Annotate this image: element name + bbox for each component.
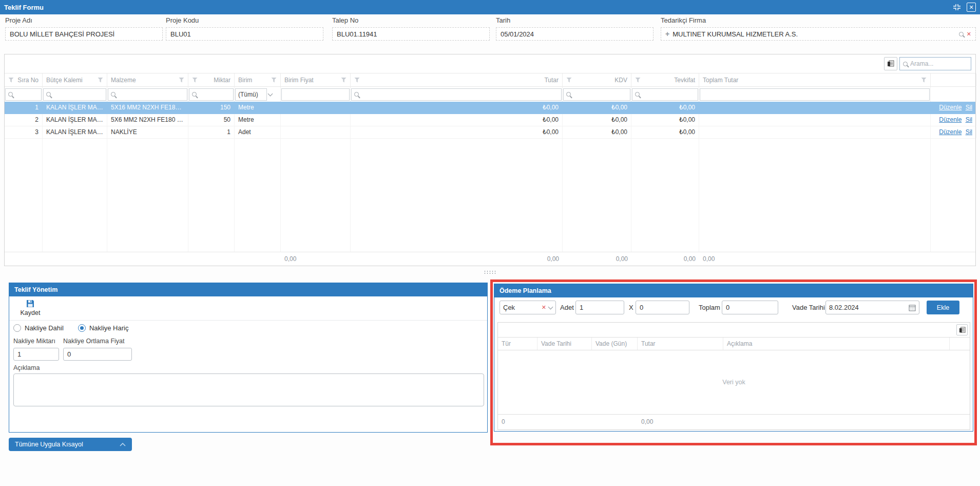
- col-aciklama[interactable]: Açıklama: [723, 338, 950, 350]
- edit-link[interactable]: Düzenle: [939, 104, 962, 111]
- cell-kdv: ₺0,00: [563, 114, 631, 126]
- filter-funnel-icon[interactable]: [271, 78, 277, 83]
- col-toplam-tutar[interactable]: Toplam Tutar: [699, 73, 931, 86]
- delete-link[interactable]: Sil: [966, 116, 972, 123]
- nakliye-ortalama-input[interactable]: [63, 348, 132, 361]
- delete-link[interactable]: Sil: [966, 104, 972, 111]
- filter-butce-input[interactable]: [53, 91, 103, 98]
- cell-butce: KALAN İŞLER MALZEME: [43, 114, 107, 126]
- tedarikci-firma-input[interactable]: [672, 30, 956, 38]
- filter-birim-fiyat-input[interactable]: [284, 91, 347, 98]
- tarih-input[interactable]: [501, 30, 649, 38]
- table-row[interactable]: 3KALAN İŞLER MALZEMENAKLİYE1Adet₺0,00₺0,…: [5, 126, 975, 139]
- splitter-grip[interactable]: [484, 270, 497, 274]
- cell-malzeme: 5X6 MM2 N2XH FE180 KABLO: [107, 114, 188, 126]
- grid-search-input[interactable]: [910, 60, 968, 67]
- filter-funnel-icon[interactable]: [341, 78, 347, 83]
- col-birim-fiyat[interactable]: Birim Fiyat: [281, 73, 351, 86]
- col-vade-gun[interactable]: Vade (Gün): [592, 338, 638, 350]
- cell-birim_fiyat: [281, 114, 351, 126]
- col-tutar[interactable]: Tutar: [351, 73, 563, 86]
- save-button[interactable]: Kaydet: [16, 300, 44, 316]
- filter-toplam-tutar-input[interactable]: [703, 91, 927, 98]
- horizontal-splitter[interactable]: [0, 269, 980, 274]
- column-chooser-icon[interactable]: [956, 324, 968, 335]
- filter-funnel-icon[interactable]: [192, 78, 198, 83]
- clear-icon[interactable]: ✕: [542, 304, 546, 311]
- table-row[interactable]: 1KALAN İŞLER MALZEME5X16 MM2 N2XH FE180 …: [5, 102, 975, 114]
- ekle-button[interactable]: Ekle: [927, 301, 959, 314]
- nakliye-miktari-label: Nakliye Miktarı: [13, 338, 55, 345]
- close-icon[interactable]: ✕: [967, 3, 976, 12]
- grid-rows: 1KALAN İŞLER MALZEME5X16 MM2 N2XH FE180 …: [5, 102, 975, 139]
- col-miktar[interactable]: Miktar: [188, 73, 235, 86]
- cell-butce: KALAN İŞLER MALZEME: [43, 102, 107, 114]
- col-vade-tarihi[interactable]: Vade Tarihi: [537, 338, 592, 350]
- col-sira-no[interactable]: Sıra No: [5, 73, 43, 86]
- summary-tevkifat: 0,00: [631, 252, 699, 266]
- filter-sira-no-input[interactable]: [15, 91, 39, 98]
- odeme-grid-summary: 0 0,00: [498, 414, 970, 429]
- filter-kdv: [563, 88, 630, 101]
- filter-funnel-icon[interactable]: [635, 78, 641, 83]
- adet-input[interactable]: [575, 301, 624, 314]
- odeme-grid-header: Tür Vade Tarihi Vade (Gün) Tutar Açıklam…: [498, 337, 970, 350]
- filter-funnel-icon[interactable]: [8, 78, 14, 83]
- cell-miktar: 1: [188, 126, 235, 138]
- cell-birim: Adet: [235, 126, 281, 138]
- aciklama-textarea[interactable]: [13, 373, 484, 406]
- calendar-icon[interactable]: [909, 304, 916, 311]
- window-title: Teklif Formu: [4, 4, 44, 11]
- filter-miktar-input[interactable]: [199, 91, 230, 98]
- col-malzeme[interactable]: Malzeme: [107, 73, 188, 86]
- table-row[interactable]: 2KALAN İŞLER MALZEME5X6 MM2 N2XH FE180 K…: [5, 114, 975, 126]
- delete-link[interactable]: Sil: [966, 128, 972, 136]
- edit-link[interactable]: Düzenle: [939, 128, 962, 136]
- filter-tevkifat-input[interactable]: [642, 91, 695, 98]
- chevron-down-icon[interactable]: [548, 304, 553, 309]
- col-tevkifat[interactable]: Tevkifat: [631, 73, 699, 86]
- col-birim[interactable]: Birim: [235, 73, 281, 86]
- filter-funnel-icon[interactable]: [98, 78, 103, 83]
- panel-title: Teklif Yönetim: [9, 283, 487, 296]
- radio-nakliye-haric[interactable]: Nakliye Hariç: [78, 324, 129, 332]
- apply-all-button[interactable]: Tümüne Uygula Kısayol: [9, 438, 132, 451]
- proje-kodu-input[interactable]: [170, 30, 319, 38]
- column-chooser-icon[interactable]: [884, 57, 897, 70]
- filter-birim-select[interactable]: (Tümü): [235, 88, 267, 101]
- cell-kdv: ₺0,00: [563, 102, 631, 114]
- restore-icon[interactable]: [952, 3, 962, 12]
- talep-no-input[interactable]: [337, 30, 485, 38]
- radio-icon[interactable]: [13, 324, 21, 332]
- teklif-formu-window: Teklif Formu ✕ Proje Adı Proje Kodu Tale…: [0, 0, 980, 486]
- vade-tarihi-label: Vade Tarihi: [792, 304, 825, 311]
- proje-adi-input[interactable]: [10, 30, 158, 38]
- radio-icon[interactable]: [78, 324, 86, 332]
- toplam-input[interactable]: [722, 301, 778, 314]
- col-kdv[interactable]: KDV: [563, 73, 631, 86]
- cell-butce: KALAN İŞLER MALZEME: [43, 126, 107, 138]
- adet-label: Adet: [560, 304, 574, 311]
- chevron-down-icon[interactable]: [268, 91, 273, 96]
- filter-malzeme-input[interactable]: [118, 91, 184, 98]
- filter-tutar-input[interactable]: [361, 91, 559, 98]
- col-tur[interactable]: Tür: [498, 338, 537, 350]
- summary-tur-count: 0: [498, 415, 537, 429]
- filter-kdv-input[interactable]: [573, 91, 627, 98]
- radio-nakliye-dahil[interactable]: Nakliye Dahil: [13, 324, 64, 332]
- filter-funnel-icon[interactable]: [566, 78, 572, 83]
- cell-tevkifat: ₺0,00: [631, 126, 699, 138]
- filter-funnel-icon[interactable]: [354, 78, 360, 83]
- col-tutar[interactable]: Tutar: [638, 338, 723, 350]
- clear-icon[interactable]: ✕: [967, 31, 971, 38]
- col-butce-kalemi[interactable]: Bütçe Kalemi: [43, 73, 107, 86]
- odeme-tur-select[interactable]: Çek ✕: [499, 301, 556, 314]
- filter-funnel-icon[interactable]: [179, 78, 184, 83]
- cell-sira: 1: [5, 102, 43, 114]
- nakliye-miktari-input[interactable]: [13, 348, 59, 361]
- filter-funnel-icon[interactable]: [921, 78, 927, 83]
- search-icon[interactable]: [959, 32, 964, 36]
- vade-tarihi-input[interactable]: [829, 304, 886, 311]
- edit-link[interactable]: Düzenle: [939, 116, 962, 123]
- x-input[interactable]: [636, 301, 689, 314]
